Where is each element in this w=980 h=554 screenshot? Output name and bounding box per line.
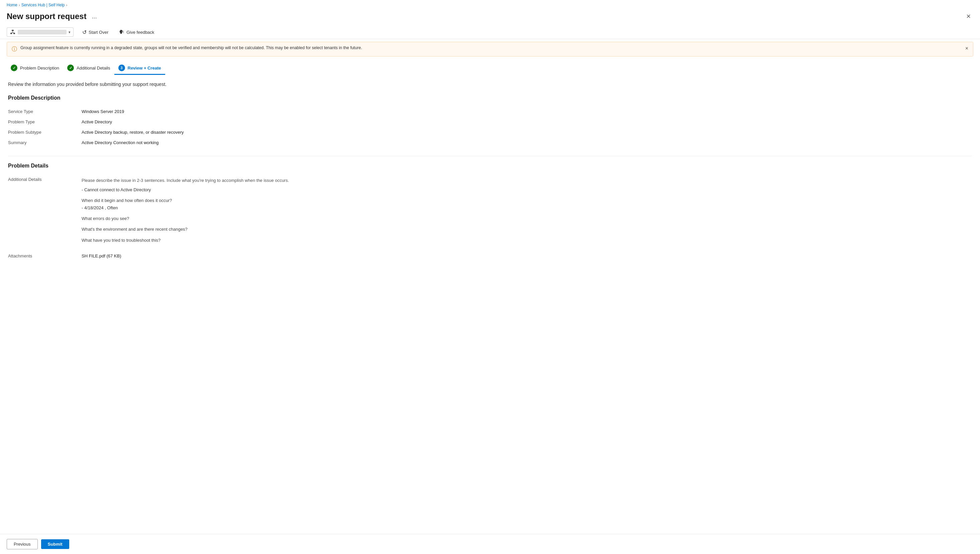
problem-details-header: Problem Details — [8, 163, 972, 169]
org-icon — [10, 29, 16, 35]
step-review-create[interactable]: 3 Review + Create — [115, 62, 165, 75]
footer: Previous Submit — [0, 534, 980, 554]
breadcrumb-sep-2: › — [66, 3, 68, 7]
details-content: Please describe the issue in 2-3 sentenc… — [81, 177, 972, 244]
problem-details-table: Additional Details Please describe the i… — [8, 174, 972, 261]
review-intro-text: Review the information you provided befo… — [8, 81, 972, 87]
dropdown[interactable]: ▾ — [7, 27, 73, 37]
separator — [8, 156, 972, 156]
service-type-label: Service Type — [8, 106, 81, 117]
steps-nav: ✓ Problem Description ✓ Additional Detai… — [0, 59, 980, 75]
problem-type-label: Problem Type — [8, 117, 81, 127]
details-answer-1: - 4/18/2024 , Often — [81, 204, 972, 212]
table-row: Attachments SH FILE.pdf (67 KB) — [8, 247, 972, 261]
additional-details-value: Please describe the issue in 2-3 sentenc… — [81, 174, 972, 247]
refresh-icon: ↺ — [82, 29, 87, 35]
page-title: New support request — [7, 12, 87, 21]
table-row: Problem Type Active Directory — [8, 117, 972, 127]
more-options-button[interactable]: ... — [90, 13, 99, 21]
breadcrumb-sep-1: › — [19, 3, 20, 7]
details-item-1: - Cannot connect to Active Directory — [81, 186, 972, 194]
summary-label: Summary — [8, 137, 81, 148]
problem-subtype-label: Problem Subtype — [8, 127, 81, 137]
breadcrumb: Home › Services Hub | Self Help › — [0, 0, 980, 10]
dropdown-text — [18, 30, 67, 35]
page-header: New support request ... × — [0, 10, 980, 25]
feedback-icon: 🗣 — [119, 29, 124, 35]
step-1-circle: ✓ — [11, 65, 18, 71]
details-question-1: When did it begin and how often does it … — [81, 197, 972, 204]
step-2-circle: ✓ — [67, 65, 74, 71]
attachments-label: Attachments — [8, 247, 81, 261]
start-over-button[interactable]: ↺ Start Over — [80, 28, 110, 37]
give-feedback-label: Give feedback — [126, 30, 154, 35]
step-additional-details[interactable]: ✓ Additional Details — [63, 62, 114, 75]
problem-subtype-value: Active Directory backup, restore, or dis… — [81, 127, 972, 137]
close-button[interactable]: × — [964, 11, 973, 21]
breadcrumb-services-hub[interactable]: Services Hub | Self Help — [21, 3, 65, 7]
problem-description-header: Problem Description — [8, 95, 972, 101]
problem-type-value: Active Directory — [81, 117, 972, 127]
main-content: Review the information you provided befo… — [0, 75, 980, 534]
breadcrumb-home[interactable]: Home — [7, 3, 18, 7]
step-1-label: Problem Description — [20, 65, 59, 70]
start-over-label: Start Over — [89, 30, 108, 35]
details-question-2: What errors do you see? — [81, 215, 972, 222]
previous-button[interactable]: Previous — [7, 539, 38, 549]
details-prompt: Please describe the issue in 2-3 sentenc… — [81, 177, 972, 184]
service-type-value: Windows Server 2019 — [81, 106, 972, 117]
give-feedback-button[interactable]: 🗣 Give feedback — [117, 28, 156, 37]
table-row: Service Type Windows Server 2019 — [8, 106, 972, 117]
step-2-label: Additional Details — [76, 65, 110, 70]
summary-value: Active Directory Connection not working — [81, 137, 972, 148]
svg-rect-0 — [12, 30, 14, 31]
step-3-label: Review + Create — [128, 65, 161, 70]
toolbar: ▾ ↺ Start Over 🗣 Give feedback — [0, 25, 980, 39]
warning-text: Group assignment feature is currently ru… — [21, 46, 362, 50]
warning-banner: ⓘ Group assignment feature is currently … — [7, 42, 973, 56]
table-row: Problem Subtype Active Directory backup,… — [8, 127, 972, 137]
details-question-4: What have you tried to troubleshoot this… — [81, 237, 972, 244]
details-question-3: What's the environment and are there rec… — [81, 226, 972, 233]
warning-icon: ⓘ — [12, 46, 17, 53]
attachments-value: SH FILE.pdf (67 KB) — [81, 247, 972, 261]
submit-button[interactable]: Submit — [41, 539, 69, 549]
table-row: Additional Details Please describe the i… — [8, 174, 972, 247]
warning-close-button[interactable]: × — [965, 46, 968, 51]
step-problem-description[interactable]: ✓ Problem Description — [7, 62, 63, 75]
step-3-circle: 3 — [118, 65, 125, 71]
chevron-down-icon: ▾ — [68, 30, 70, 35]
additional-details-label: Additional Details — [8, 174, 81, 247]
table-row: Summary Active Directory Connection not … — [8, 137, 972, 148]
problem-description-table: Service Type Windows Server 2019 Problem… — [8, 106, 972, 148]
